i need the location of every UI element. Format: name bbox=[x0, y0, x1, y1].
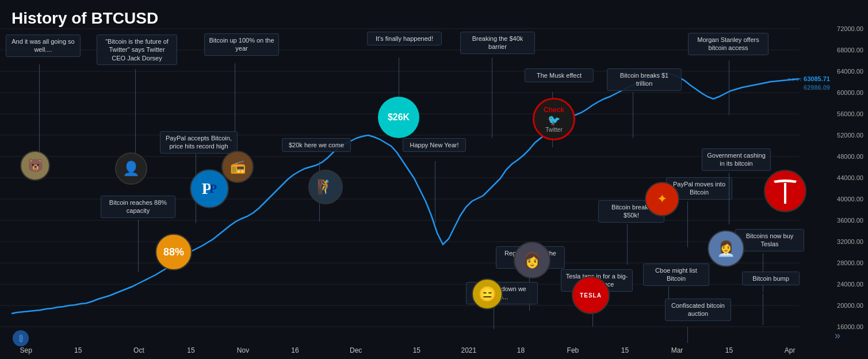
y-label-48k: 48000.00 bbox=[837, 153, 863, 160]
annotation-musk-effect: The Musk effect bbox=[525, 68, 594, 82]
annotation-paypal-btc: PayPal accepts Bitcoin, price hits recor… bbox=[160, 131, 238, 154]
annotation-and-it-was: And it was all going so well.... bbox=[6, 35, 81, 57]
x-label-15b: 15 bbox=[187, 346, 194, 354]
x-label-15a: 15 bbox=[74, 346, 82, 354]
x-label-apr: Apr bbox=[785, 346, 796, 354]
y-label-32k: 32000.00 bbox=[837, 238, 863, 245]
y-label-24k: 24000.00 bbox=[837, 281, 863, 288]
x-label-15c: 15 bbox=[413, 346, 420, 354]
x-label-dec: Dec bbox=[350, 346, 362, 354]
annotation-cboe: Cboe might list Bitcoin bbox=[643, 263, 709, 286]
x-label-16: 16 bbox=[291, 346, 299, 354]
y-label-52k: 52000.00 bbox=[837, 132, 863, 139]
ann-line-16 bbox=[687, 201, 688, 247]
ann-line-7 bbox=[633, 92, 633, 138]
annotation-bump: Bitcoin bump bbox=[742, 272, 800, 285]
btc-logo-icon: ₿ bbox=[13, 330, 29, 346]
circle-bear-market: 🐻 bbox=[20, 151, 50, 181]
annotation-1trillion: Bitcoin breaks $1 trillion bbox=[607, 68, 682, 91]
annotation-finally: It's finally happened! bbox=[367, 32, 442, 45]
x-label-18: 18 bbox=[517, 346, 525, 354]
ann-line-19 bbox=[729, 173, 729, 224]
annotation-confiscated: Confiscated bitcoin auction bbox=[665, 299, 731, 321]
ann-line-21 bbox=[763, 293, 763, 325]
circle-26k-badge: $26K bbox=[378, 97, 419, 138]
y-label-20k: 20000.00 bbox=[837, 302, 863, 309]
y-label-72k: 72000.00 bbox=[837, 25, 863, 32]
circle-paypal-bitcoin: ✦ bbox=[645, 182, 679, 216]
annotation-20k: $20k here we come bbox=[282, 138, 351, 152]
y-label-64k: 64000.00 bbox=[837, 68, 863, 75]
annotation-88pct: Bitcoin reaches 88% capacity bbox=[101, 196, 175, 218]
x-label-nov: Nov bbox=[237, 346, 249, 354]
chart-container: History of BTCUSD 72000.00 68000.00 6400… bbox=[0, 0, 868, 359]
y-label-36k: 36000.00 bbox=[837, 217, 863, 224]
circle-jack-dorsey: 👤 bbox=[115, 152, 147, 185]
circle-tesla-car: TESLA bbox=[572, 276, 610, 314]
ann-line-8 bbox=[729, 60, 729, 115]
x-label-15e: 15 bbox=[725, 346, 733, 354]
ann-line-12 bbox=[138, 220, 139, 272]
annotation-gov-cash: Government cashing in its bitcoin bbox=[702, 148, 771, 171]
ann-line-15 bbox=[627, 224, 628, 265]
y-label-56k: 56000.00 bbox=[837, 110, 863, 117]
current-price-1: 63085.71 bbox=[801, 75, 832, 83]
x-label-sep: Sep bbox=[20, 346, 32, 354]
ann-line-11 bbox=[435, 161, 435, 223]
circle-jukebox: 📻 bbox=[221, 151, 254, 183]
annotation-new-year: Happy New Year! bbox=[403, 138, 466, 152]
y-label-44k: 44000.00 bbox=[837, 174, 863, 181]
circle-regulator: 👩 bbox=[514, 242, 550, 278]
current-price-2: 62986.09 bbox=[801, 83, 832, 91]
x-label-mar: Mar bbox=[671, 346, 683, 354]
circle-elon-twitter: Check 🐦 Twitter bbox=[533, 98, 575, 140]
annotation-40k: Breaking the $40k barrier bbox=[460, 32, 535, 54]
circle-ladder-person: 🧗 bbox=[308, 170, 343, 204]
ann-line-5 bbox=[492, 58, 492, 138]
annotation-jack-dorsey: "Bitcoin is the future of Twitter" says … bbox=[97, 35, 177, 65]
y-label-40k: 40000.00 bbox=[837, 196, 863, 203]
x-label-oct: Oct bbox=[133, 346, 144, 354]
annotation-teslas: Bitcoins now buy Teslas bbox=[735, 229, 804, 251]
x-label-feb: Feb bbox=[567, 346, 579, 354]
ann-line-22 bbox=[494, 305, 494, 329]
nav-forward-button[interactable]: » bbox=[835, 330, 840, 342]
circle-janet-yellen: 👩‍💼 bbox=[708, 230, 744, 267]
annotation-morgan-stanley: Morgan Stanley offers bitcoin access bbox=[688, 33, 768, 55]
x-label-2021: 2021 bbox=[461, 346, 477, 354]
annotation-btc-100pct: Bitcoin up 100% on the year bbox=[204, 33, 279, 56]
circle-paypal: PP bbox=[190, 169, 229, 208]
circle-tesla-t-logo bbox=[764, 170, 806, 212]
ann-line-2 bbox=[135, 69, 136, 164]
y-label-68k: 68000.00 bbox=[837, 47, 863, 54]
ann-line-18 bbox=[687, 327, 688, 343]
y-label-16k: 16000.00 bbox=[837, 323, 863, 330]
circle-88pct: 88% bbox=[155, 234, 192, 270]
y-label-60k: 60000.00 bbox=[837, 89, 863, 96]
circle-sad-emoji: 😑 bbox=[472, 278, 503, 310]
y-label-28k: 28000.00 bbox=[837, 259, 863, 266]
x-label-15d: 15 bbox=[621, 346, 629, 354]
